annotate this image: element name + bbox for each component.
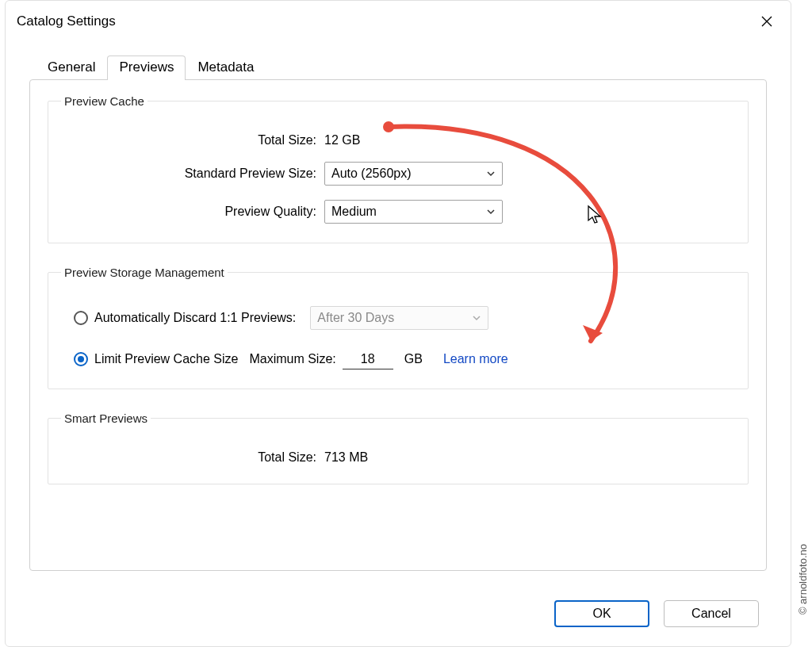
tabstrip: General Previews Metadata — [36, 55, 767, 79]
group-legend-storage: Preview Storage Management — [61, 266, 228, 279]
titlebar: Catalog Settings — [6, 1, 791, 39]
cancel-button[interactable]: Cancel — [664, 600, 759, 627]
tab-general[interactable]: General — [36, 56, 107, 80]
tab-metadata[interactable]: Metadata — [186, 56, 266, 80]
group-legend-preview-cache: Preview Cache — [61, 94, 147, 108]
link-learn-more[interactable]: Learn more — [443, 352, 508, 366]
watermark: © arnoldfoto.no — [797, 544, 809, 614]
dialog-title: Catalog Settings — [17, 13, 116, 29]
select-value-auto-discard: After 30 Days — [317, 311, 394, 325]
label-maximum-size: Maximum Size: — [249, 352, 335, 366]
input-maximum-size[interactable] — [343, 349, 393, 369]
label-size-unit: GB — [404, 352, 423, 366]
chevron-down-icon — [486, 169, 496, 178]
value-smart-total-size: 713 MB — [324, 450, 368, 465]
catalog-settings-dialog: Catalog Settings General Previews Metada… — [5, 0, 791, 647]
close-button[interactable] — [754, 9, 779, 34]
chevron-down-icon — [472, 313, 481, 323]
close-icon — [761, 16, 772, 27]
group-preview-storage-management: Preview Storage Management Automatically… — [48, 266, 749, 389]
radio-auto-discard[interactable] — [74, 311, 88, 325]
radio-limit-cache-size[interactable] — [74, 352, 88, 366]
tab-previews[interactable]: Previews — [107, 56, 186, 80]
label-limit-cache-size: Limit Preview Cache Size — [94, 352, 238, 366]
label-total-size: Total Size: — [63, 133, 324, 147]
group-legend-smart-previews: Smart Previews — [61, 412, 151, 425]
select-preview-quality[interactable]: Medium — [324, 200, 503, 224]
tabpanel-previews: Preview Cache Total Size: 12 GB Standard… — [29, 79, 767, 571]
group-smart-previews: Smart Previews Total Size: 713 MB — [48, 412, 749, 484]
chevron-down-icon — [486, 207, 496, 216]
label-preview-quality: Preview Quality: — [63, 205, 324, 219]
dialog-footer: OK Cancel — [554, 600, 759, 627]
label-standard-preview-size: Standard Preview Size: — [63, 167, 324, 181]
select-standard-preview-size[interactable]: Auto (2560px) — [324, 162, 503, 186]
group-preview-cache: Preview Cache Total Size: 12 GB Standard… — [48, 94, 749, 243]
select-value-standard-preview-size: Auto (2560px) — [331, 167, 412, 181]
ok-button[interactable]: OK — [554, 600, 649, 627]
label-auto-discard: Automatically Discard 1:1 Previews: — [94, 311, 296, 325]
select-value-preview-quality: Medium — [331, 205, 377, 219]
label-smart-total-size: Total Size: — [63, 450, 324, 465]
value-total-size: 12 GB — [324, 133, 360, 147]
select-auto-discard-duration: After 30 Days — [310, 306, 488, 330]
